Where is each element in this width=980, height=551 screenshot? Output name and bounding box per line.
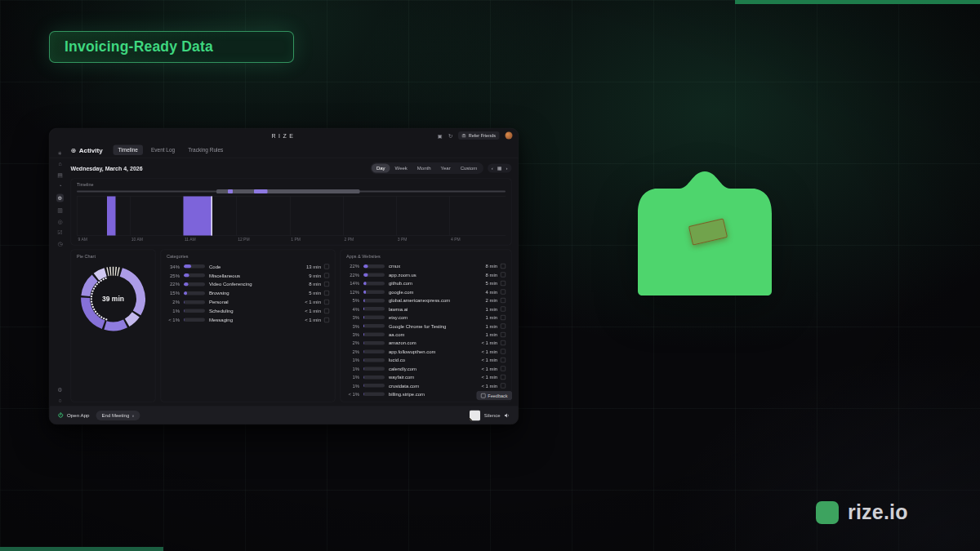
open-app-button[interactable]: Open App bbox=[67, 412, 90, 418]
journal-icon[interactable]: ▥ bbox=[57, 207, 63, 213]
tab-event-log[interactable]: Event Log bbox=[146, 145, 180, 156]
scrollbar-viewport[interactable] bbox=[216, 189, 359, 193]
avatar[interactable] bbox=[506, 132, 513, 140]
list-item: 34%Code13 min bbox=[167, 262, 329, 271]
edit-icon[interactable] bbox=[501, 323, 506, 328]
edit-icon[interactable] bbox=[324, 300, 329, 304]
percent-value: 22% bbox=[346, 272, 359, 278]
clock-icon[interactable]: ◷ bbox=[57, 241, 62, 247]
chevron-right-icon[interactable]: › bbox=[506, 166, 508, 171]
timer-icon[interactable]: ◔ bbox=[58, 183, 61, 189]
item-name: Scheduling bbox=[209, 308, 305, 313]
feedback-button[interactable]: Feedback bbox=[476, 391, 512, 400]
range-custom[interactable]: Custom bbox=[456, 164, 483, 173]
settings-icon[interactable]: ⚙ bbox=[57, 387, 62, 393]
silence-label: Silence bbox=[484, 412, 501, 418]
list-item: 2%amazon.com< 1 min bbox=[346, 339, 506, 347]
edit-icon[interactable] bbox=[324, 264, 329, 269]
focus-icon[interactable]: ◎ bbox=[57, 219, 62, 224]
range-day[interactable]: Day bbox=[372, 164, 390, 173]
item-name: Miscellaneous bbox=[209, 273, 309, 278]
help-icon[interactable]: ○ bbox=[58, 398, 61, 403]
activity-nav-row: ⊕ Activity TimelineEvent LogTracking Rul… bbox=[50, 143, 519, 158]
edit-icon[interactable] bbox=[501, 332, 506, 337]
scrollbar-activity-mark bbox=[254, 189, 268, 193]
refer-friends-button[interactable]: Refer Friends bbox=[458, 131, 499, 140]
speaker-icon[interactable] bbox=[505, 413, 510, 418]
edit-icon[interactable] bbox=[501, 383, 506, 388]
stats-columns: Pie Chart 39 min Categories 34%Code13 mi… bbox=[71, 250, 512, 402]
history-icon[interactable]: ↻ bbox=[448, 133, 452, 139]
edit-icon[interactable] bbox=[501, 315, 506, 320]
list-item: 14%github.com5 min bbox=[346, 279, 506, 287]
list-item: 3%aa.com1 min bbox=[346, 331, 506, 339]
edit-icon[interactable] bbox=[501, 290, 506, 295]
globe-icon[interactable]: ⊕ bbox=[56, 194, 64, 202]
timeline-label: Timeline bbox=[77, 182, 506, 187]
item-time: 8 min bbox=[309, 282, 321, 287]
home-icon[interactable]: ⌂ bbox=[58, 161, 61, 167]
percent-bar bbox=[363, 324, 385, 328]
item-name: calendly.com bbox=[389, 366, 481, 371]
end-meeting-button[interactable]: End Meeting ∨ bbox=[96, 411, 140, 420]
bottom-accent-bar bbox=[0, 547, 163, 551]
timeline-axis: 9 AM10 AM11 AM12 PM1 PM2 PM3 PM4 PM bbox=[77, 238, 506, 244]
edit-icon[interactable] bbox=[324, 291, 329, 295]
percent-value: 2% bbox=[346, 349, 359, 354]
item-name: github.com bbox=[389, 281, 486, 287]
edit-icon[interactable] bbox=[501, 349, 506, 354]
axis-label: 1 PM bbox=[291, 238, 301, 242]
list-item: 22%app.zoom.us8 min bbox=[346, 270, 506, 278]
item-name: app.zoom.us bbox=[389, 272, 486, 278]
range-week[interactable]: Week bbox=[390, 164, 412, 173]
pie-segment bbox=[127, 314, 136, 322]
edit-icon[interactable] bbox=[324, 273, 329, 278]
range-year[interactable]: Year bbox=[436, 164, 456, 173]
app-footer: Open App End Meeting ∨ Silence bbox=[50, 407, 519, 424]
calendar-icon[interactable]: ▤ bbox=[57, 172, 63, 178]
refer-friends-label: Refer Friends bbox=[469, 133, 496, 138]
edit-icon[interactable] bbox=[501, 367, 506, 371]
edit-icon[interactable] bbox=[501, 358, 506, 362]
pie-center-label: 39 min bbox=[102, 295, 124, 303]
date-nav: ‹▦› bbox=[488, 164, 512, 173]
edit-icon[interactable] bbox=[324, 282, 329, 287]
gridline bbox=[77, 197, 78, 236]
list-item: 3%etsy.com1 min bbox=[346, 313, 506, 322]
calendar-icon[interactable]: ▦ bbox=[497, 166, 502, 171]
tab-tracking-rules[interactable]: Tracking Rules bbox=[183, 145, 228, 156]
pie-chart-card: Pie Chart 39 min bbox=[71, 250, 156, 402]
chevron-left-icon[interactable]: ‹ bbox=[492, 166, 493, 171]
axis-label: 4 PM bbox=[451, 238, 461, 242]
edit-icon[interactable] bbox=[501, 340, 506, 345]
pie-segment bbox=[96, 272, 105, 277]
percent-value: 2% bbox=[167, 300, 180, 305]
percent-bar bbox=[363, 307, 385, 311]
tab-timeline[interactable]: Timeline bbox=[114, 145, 143, 156]
screenshot-thumbnail[interactable] bbox=[470, 410, 480, 420]
edit-icon[interactable] bbox=[324, 309, 329, 313]
categories-card: Categories 34%Code13 min25%Miscellaneous… bbox=[161, 250, 336, 402]
edit-icon[interactable] bbox=[324, 318, 329, 322]
edit-icon[interactable] bbox=[501, 281, 506, 286]
shield-icon[interactable]: ▣ bbox=[438, 133, 443, 139]
timeline-scrollbar[interactable] bbox=[77, 189, 506, 193]
list-item: 1%crustdata.com< 1 min bbox=[346, 381, 506, 389]
item-time: < 1 min bbox=[305, 300, 321, 305]
item-time: < 1 min bbox=[481, 375, 497, 380]
edit-icon[interactable] bbox=[501, 298, 506, 303]
edit-icon[interactable] bbox=[501, 273, 506, 278]
edit-icon[interactable] bbox=[501, 375, 506, 380]
range-month[interactable]: Month bbox=[412, 164, 436, 173]
edit-icon[interactable] bbox=[501, 264, 506, 269]
tasks-icon[interactable]: ☑ bbox=[57, 229, 62, 235]
item-time: < 1 min bbox=[481, 340, 497, 346]
edit-icon[interactable] bbox=[501, 306, 506, 311]
item-time: 2 min bbox=[486, 298, 497, 304]
item-name: amazon.com bbox=[389, 340, 481, 346]
item-time: 1 min bbox=[486, 323, 497, 329]
item-time: < 1 min bbox=[481, 349, 497, 354]
categories-rows: 34%Code13 min25%Miscellaneous9 min22%Vid… bbox=[167, 262, 329, 324]
item-name: Browsing bbox=[209, 291, 309, 296]
item-time: 4 min bbox=[486, 289, 497, 295]
